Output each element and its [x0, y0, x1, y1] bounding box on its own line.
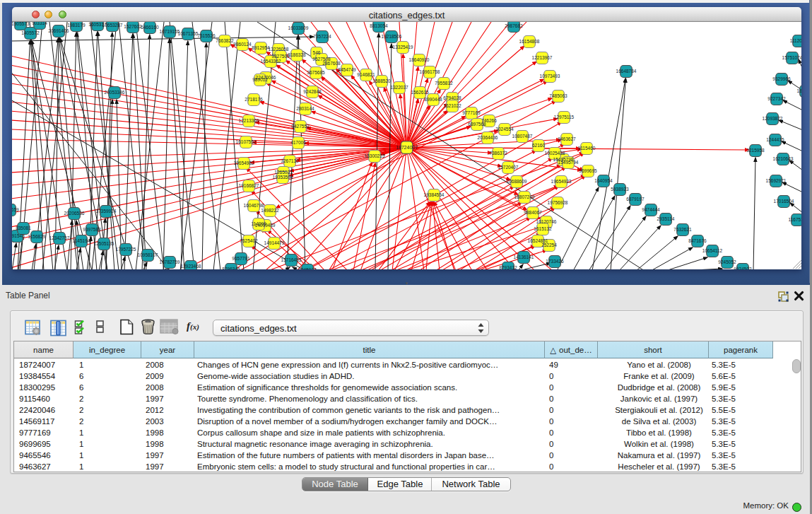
svg-text:2718176: 2718176 [245, 97, 263, 102]
svg-text:2987682: 2987682 [505, 23, 523, 28]
svg-text:9245033: 9245033 [298, 267, 317, 269]
svg-text:19218506: 19218506 [382, 34, 402, 39]
svg-text:1322037: 1322037 [390, 85, 408, 90]
svg-text:9242848: 9242848 [303, 89, 322, 94]
svg-text:10025438: 10025438 [545, 151, 565, 156]
svg-text:16648784: 16648784 [616, 69, 637, 74]
svg-text:1811441: 1811441 [797, 88, 801, 93]
svg-text:17359924: 17359924 [96, 209, 117, 214]
svg-text:1983179: 1983179 [67, 23, 86, 28]
svg-text:1244415: 1244415 [766, 137, 784, 142]
svg-text:1562615: 1562615 [411, 90, 429, 95]
svg-text:20053346: 20053346 [105, 90, 125, 95]
svg-text:19353594: 19353594 [273, 175, 293, 180]
svg-text:1640954: 1640954 [594, 178, 613, 183]
svg-text:1621022: 1621022 [443, 103, 461, 108]
svg-text:6794028: 6794028 [443, 95, 461, 100]
svg-text:10958107: 10958107 [138, 252, 158, 257]
svg-text:546: 546 [313, 50, 321, 55]
svg-text:9245052: 9245052 [718, 259, 736, 264]
svg-text:3024554: 3024554 [495, 127, 514, 132]
svg-text:114099: 114099 [251, 221, 266, 226]
svg-text:9474444: 9474444 [642, 207, 660, 212]
svg-text:12213967: 12213967 [532, 55, 553, 60]
svg-text:989012: 989012 [252, 77, 268, 82]
svg-text:15716485: 15716485 [281, 257, 302, 262]
svg-text:16543362: 16543362 [261, 59, 281, 64]
svg-text:12342757: 12342757 [49, 235, 70, 240]
svg-text:12093872: 12093872 [763, 116, 783, 121]
svg-text:12213369: 12213369 [239, 118, 259, 123]
svg-text:3215958: 3215958 [746, 148, 765, 153]
svg-text:1498222: 1498222 [261, 208, 279, 213]
svg-text:1588520: 1588520 [372, 78, 391, 83]
svg-text:15751074: 15751074 [782, 55, 801, 60]
svg-text:3675685: 3675685 [307, 70, 325, 75]
svg-text:12923468: 12923468 [181, 264, 201, 269]
svg-text:16107552: 16107552 [236, 139, 257, 144]
svg-text:10719155: 10719155 [160, 29, 180, 34]
svg-text:7955812: 7955812 [435, 81, 453, 86]
svg-text:16033809: 16033809 [288, 25, 309, 30]
svg-text:13226058: 13226058 [269, 47, 289, 52]
svg-text:391543: 391543 [12, 233, 25, 238]
svg-text:1145194: 1145194 [73, 238, 90, 243]
svg-text:9329966: 9329966 [772, 76, 791, 81]
svg-text:3267130: 3267130 [281, 158, 299, 163]
svg-text:8990448: 8990448 [424, 97, 442, 102]
svg-text:8912954: 8912954 [252, 45, 270, 50]
svg-text:20364436: 20364436 [478, 135, 498, 140]
svg-text:10653287: 10653287 [102, 23, 123, 28]
svg-text:19654923: 19654923 [551, 179, 572, 184]
svg-text:16782759: 16782759 [160, 259, 180, 264]
svg-text:8471676: 8471676 [688, 238, 707, 243]
svg-text:19166827: 19166827 [239, 183, 259, 188]
svg-text:7632621: 7632621 [673, 227, 692, 232]
svg-text:16154808: 16154808 [519, 39, 540, 44]
svg-text:9699695: 9699695 [579, 168, 597, 173]
svg-text:16046798: 16046798 [244, 203, 264, 208]
svg-text:8813054: 8813054 [370, 23, 388, 28]
svg-text:10654112: 10654112 [702, 248, 723, 253]
svg-text:417006: 417006 [290, 140, 306, 145]
svg-text:9146821: 9146821 [357, 72, 375, 77]
svg-text:10671355: 10671355 [178, 31, 199, 36]
svg-text:16961758: 16961758 [420, 69, 440, 74]
svg-text:1615132: 1615132 [534, 226, 552, 231]
svg-text:9463627: 9463627 [558, 136, 576, 141]
svg-text:2935114: 2935114 [657, 216, 675, 221]
svg-text:10688609: 10688609 [507, 179, 527, 184]
svg-text:6466160: 6466160 [141, 25, 159, 30]
svg-text:15495794: 15495794 [558, 160, 579, 165]
svg-text:7357224: 7357224 [313, 34, 331, 39]
svg-text:1405572: 1405572 [21, 30, 40, 35]
svg-text:15300215: 15300215 [365, 153, 385, 158]
svg-text:9227342: 9227342 [767, 96, 786, 101]
svg-text:8427552: 8427552 [291, 124, 310, 129]
svg-text:9924502: 9924502 [734, 267, 752, 269]
svg-text:16210643: 16210643 [773, 156, 794, 161]
svg-text:7386372: 7386372 [489, 151, 507, 156]
svg-text:12505135: 12505135 [94, 241, 114, 246]
svg-text:1733426: 1733426 [546, 259, 564, 264]
svg-text:2620659: 2620659 [12, 207, 19, 212]
svg-text:18724007: 18724007 [396, 145, 418, 150]
svg-text:10807487: 10807487 [512, 134, 533, 139]
svg-text:62160: 62160 [532, 143, 545, 148]
svg-text:1112063: 1112063 [790, 38, 801, 43]
svg-text:2803144: 2803144 [296, 106, 314, 111]
svg-text:8186328: 8186328 [288, 52, 306, 57]
svg-text:15692971: 15692971 [766, 178, 787, 183]
svg-text:7515526: 7515526 [197, 33, 216, 38]
svg-text:15720407: 15720407 [498, 165, 519, 170]
svg-text:1167533: 1167533 [789, 217, 801, 222]
svg-text:7663822: 7663822 [216, 38, 234, 43]
svg-text:1265033: 1265033 [274, 170, 293, 175]
svg-text:6897568: 6897568 [468, 122, 486, 127]
svg-text:8454749: 8454749 [338, 67, 356, 72]
svg-text:18640910: 18640910 [409, 57, 430, 62]
svg-text:10973493: 10973493 [540, 74, 560, 78]
svg-text:903314: 903314 [32, 22, 47, 25]
svg-text:5938923: 5938923 [611, 187, 629, 192]
svg-text:252254: 252254 [541, 243, 557, 247]
